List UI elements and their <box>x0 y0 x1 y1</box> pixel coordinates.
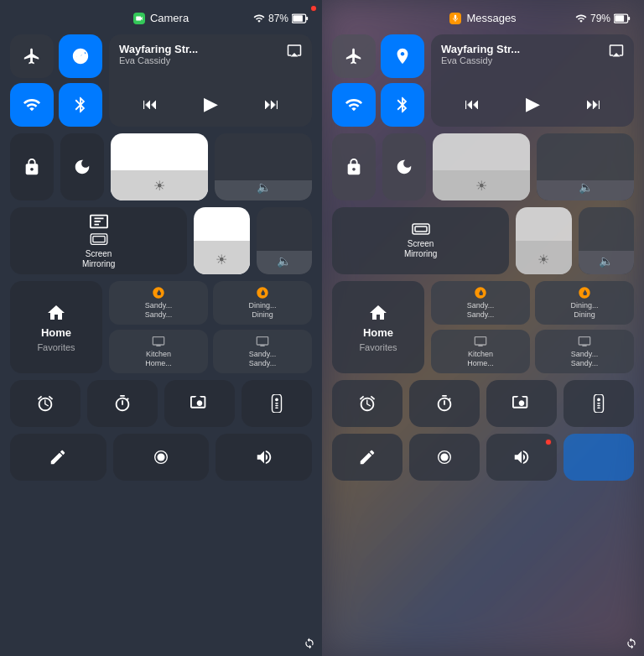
bluetooth-btn-left[interactable] <box>59 83 102 127</box>
device-kitchen-left[interactable]: KitchenHome... <box>109 330 208 373</box>
airdrop-btn-left[interactable] <box>59 34 102 78</box>
brightness-sun-left: ☀ <box>153 178 165 194</box>
volume-speaker2-left: 🔈 <box>277 254 291 268</box>
connectivity-grid-left <box>10 34 102 127</box>
camera-btn-right[interactable] <box>486 380 557 427</box>
notes-icon-right <box>358 448 377 466</box>
svg-point-6 <box>275 398 278 402</box>
svg-rect-7 <box>275 403 278 403</box>
device-sandy2-left[interactable]: Sandy...Sandy... <box>213 330 312 373</box>
screen-mirror-btn-left[interactable]: Screen Mirroring <box>10 207 187 274</box>
screen-record-icon-left <box>152 448 170 466</box>
device-name-sandy2-right: Sandy...Sandy... <box>571 350 598 368</box>
device-dining-right[interactable]: Dining...Dining <box>535 281 634 325</box>
play-btn-right[interactable]: ▶ <box>519 90 547 118</box>
battery-icon-left <box>292 13 309 23</box>
screen-lock-btn-right[interactable] <box>332 133 376 200</box>
do-not-disturb-btn-right[interactable] <box>382 133 426 200</box>
screen-mirror-btn-right[interactable]: Screen Mirroring <box>332 207 509 274</box>
airplane-btn-right[interactable] <box>332 34 376 78</box>
screen-mirror-label-left: Screen Mirroring <box>82 249 115 269</box>
brightness-slider-left[interactable]: ☀ <box>111 133 208 200</box>
svg-point-18 <box>597 398 600 402</box>
wifi-btn-right[interactable] <box>332 83 376 127</box>
svg-point-23 <box>440 453 448 461</box>
screen-mirror-icon2-left <box>90 233 108 247</box>
remote-btn-left[interactable] <box>242 380 312 427</box>
alarm-btn-left[interactable] <box>10 380 80 427</box>
next-btn-right[interactable]: ⏭ <box>579 92 608 117</box>
status-bar-right: Messages 79% <box>332 7 634 28</box>
audio-icon-left <box>255 448 273 466</box>
airplay-icon-right[interactable] <box>609 43 624 58</box>
row-screen-right: Screen Mirroring ☀ 🔈 <box>332 207 634 274</box>
svg-rect-16 <box>415 226 427 232</box>
screen-record-btn-right[interactable] <box>409 434 480 481</box>
device-name-dining-right: Dining...Dining <box>570 301 598 320</box>
do-not-disturb-btn-left[interactable] <box>60 133 104 200</box>
device-sandy-left[interactable]: Sandy...Sandy... <box>109 281 208 325</box>
screen-mirror-label-right: Screen Mirroring <box>404 239 437 259</box>
remote-icon-left <box>269 394 284 413</box>
wifi-btn-left[interactable] <box>10 83 54 127</box>
row-bottom1-right <box>332 380 634 427</box>
svg-rect-14 <box>628 16 630 19</box>
wifi-icon-right <box>575 13 587 24</box>
audio-btn-right[interactable] <box>486 434 557 481</box>
device-sandy-right[interactable]: Sandy...Sandy... <box>431 281 530 325</box>
device-sandy2-right[interactable]: Sandy...Sandy... <box>535 330 634 373</box>
status-right-right: 79% <box>575 13 631 24</box>
device-name-sandy-right: Sandy...Sandy... <box>467 301 494 320</box>
brightness-sun-right: ☀ <box>475 178 487 194</box>
timer-icon-right <box>435 394 454 413</box>
lamp-icon-2-left <box>256 286 269 299</box>
battery-text-right: 79% <box>590 13 610 24</box>
remote-icon-right <box>591 394 606 413</box>
remote-btn-right[interactable] <box>564 380 634 427</box>
timer-btn-left[interactable] <box>87 380 158 427</box>
airplane-btn-left[interactable] <box>10 34 54 78</box>
svg-rect-19 <box>597 403 600 403</box>
next-btn-left[interactable]: ⏭ <box>257 92 286 117</box>
volume-slider3-right[interactable]: 🔈 <box>579 207 634 274</box>
home-btn-left[interactable]: Home Favorites <box>10 281 102 373</box>
device-dining-left[interactable]: Dining...Dining <box>213 281 312 325</box>
bluetooth-btn-right[interactable] <box>381 83 424 127</box>
notes-btn-left[interactable] <box>10 434 106 481</box>
screen-record-btn-left[interactable] <box>113 434 210 481</box>
airplay-icon-left[interactable] <box>287 43 302 58</box>
svg-rect-8 <box>275 405 278 406</box>
alarm-btn-right[interactable] <box>332 380 402 427</box>
right-panel: Messages 79% <box>322 0 644 656</box>
extra-btn-right[interactable] <box>564 434 634 481</box>
home-label-right: Home <box>363 326 393 339</box>
screen-lock-btn-left[interactable] <box>10 133 54 200</box>
play-btn-left[interactable]: ▶ <box>197 90 225 118</box>
prev-btn-left[interactable]: ⏮ <box>136 92 164 117</box>
notes-btn-right[interactable] <box>332 434 402 481</box>
audio-btn-left[interactable] <box>216 434 312 481</box>
device-name-sandy2-left: Sandy...Sandy... <box>249 350 276 368</box>
brightness-slider3-right[interactable]: ☀ <box>516 207 571 274</box>
brightness-slider2-left[interactable]: ☀ <box>194 207 249 274</box>
device-kitchen-right[interactable]: KitchenHome... <box>431 330 530 373</box>
volume-slider-left[interactable]: 🔈 <box>215 133 312 200</box>
tv-icon-2-right <box>578 335 591 348</box>
airdrop-btn-right[interactable] <box>381 34 424 78</box>
home-btn-right[interactable]: Home Favorites <box>332 281 424 373</box>
lamp-icon-1-left <box>152 286 165 299</box>
volume-slider-right[interactable]: 🔈 <box>537 133 634 200</box>
media-player-right: Wayfaring Str... Eva Cassidy ⏮ ▶ ⏭ <box>431 34 634 127</box>
left-panel: Camera 87% <box>0 0 322 656</box>
prev-btn-right[interactable]: ⏮ <box>458 92 486 117</box>
camera-btn-left[interactable] <box>164 380 235 427</box>
volume-slider2-left[interactable]: 🔈 <box>257 207 312 274</box>
brightness-slider-right[interactable]: ☀ <box>433 133 530 200</box>
device-name-dining-left: Dining...Dining <box>248 301 276 320</box>
app-name-left: Camera <box>150 12 189 24</box>
home-icon-right <box>368 303 388 323</box>
camera-icon-right <box>512 394 531 413</box>
media-info-right: Wayfaring Str... Eva Cassidy <box>441 43 624 65</box>
timer-btn-right[interactable] <box>409 380 480 427</box>
media-info-left: Wayfaring Str... Eva Cassidy <box>119 43 302 65</box>
